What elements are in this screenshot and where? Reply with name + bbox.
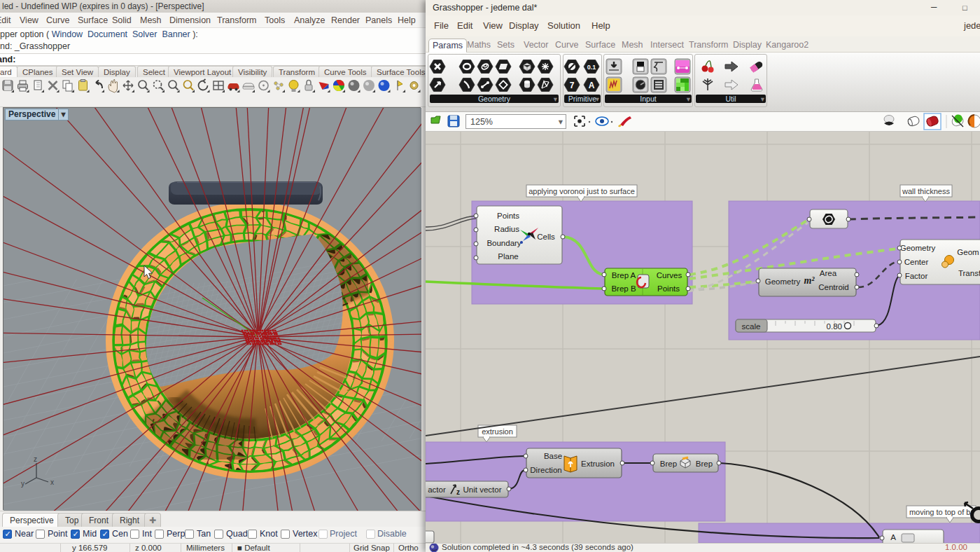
svg-text:7: 7 — [570, 81, 575, 90]
svg-text:Brep A: Brep A — [612, 271, 636, 280]
svg-text:Base: Base — [544, 452, 562, 460]
svg-text:moving to top of br: moving to top of br — [909, 508, 973, 516]
svg-text:z: z — [34, 455, 37, 463]
svg-text:Cells: Cells — [537, 233, 555, 241]
svg-text:Factor: Factor — [905, 272, 928, 280]
svg-text:z: z — [456, 488, 460, 496]
svg-text:actor: actor — [428, 485, 446, 494]
svg-text:Brep: Brep — [660, 460, 677, 468]
svg-text:Geom: Geom — [957, 248, 979, 256]
svg-text:Points: Points — [657, 284, 680, 293]
svg-text:Brep B: Brep B — [611, 284, 636, 293]
svg-text:Brep: Brep — [696, 460, 713, 468]
svg-text:Curves: Curves — [657, 271, 682, 280]
svg-text:Center: Center — [904, 258, 929, 266]
svg-text:Plane: Plane — [498, 252, 518, 261]
svg-text:m²: m² — [804, 275, 815, 286]
svg-text:Boundary: Boundary — [486, 239, 521, 247]
svg-text:Area: Area — [820, 269, 837, 277]
svg-text:x: x — [50, 478, 54, 486]
svg-text:Points: Points — [497, 212, 519, 220]
svg-text:A: A — [890, 533, 896, 541]
svg-text:applying voronoi just to surfa: applying voronoi just to surface — [528, 187, 635, 195]
svg-text:Unit vector: Unit vector — [463, 485, 502, 494]
svg-text:y: y — [21, 480, 24, 488]
svg-text:extrusion: extrusion — [482, 427, 513, 436]
svg-text:Radius: Radius — [494, 225, 519, 233]
svg-text:Geometry: Geometry — [900, 244, 936, 252]
svg-text:Direction: Direction — [530, 466, 561, 474]
svg-text:Geometry: Geometry — [765, 277, 801, 286]
svg-text:Transf: Transf — [958, 269, 980, 277]
svg-text:0.80: 0.80 — [827, 322, 842, 331]
svg-text:A: A — [589, 81, 595, 90]
svg-text:Centroid: Centroid — [818, 283, 848, 291]
svg-text:wall thickness: wall thickness — [902, 187, 950, 195]
svg-text:0.1: 0.1 — [587, 64, 596, 71]
svg-text:scale: scale — [742, 322, 761, 331]
svg-text:Extrusion: Extrusion — [581, 460, 615, 468]
